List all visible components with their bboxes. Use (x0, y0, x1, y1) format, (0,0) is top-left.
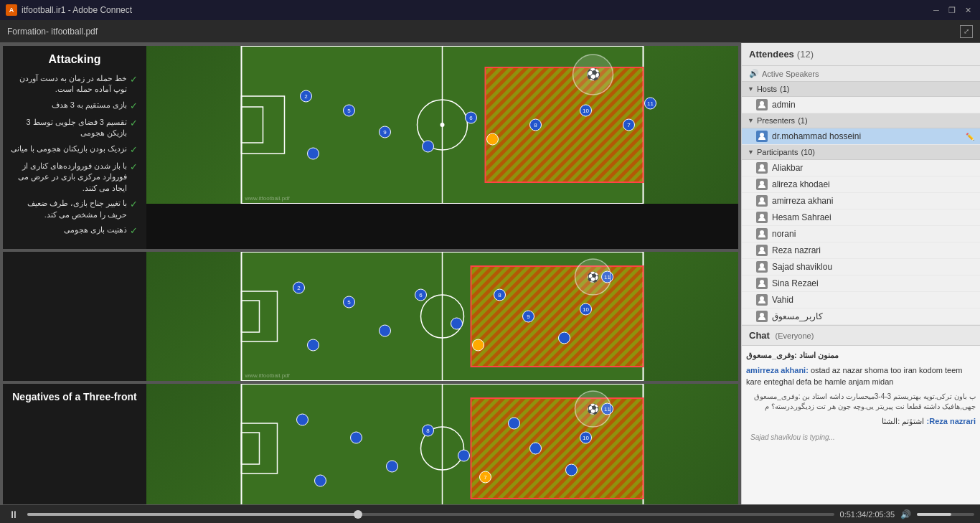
participant-7: Sajad shaviklou (742, 259, 980, 275)
participant-icon-8 (756, 278, 768, 289)
check-icon-5: ✓ (130, 161, 138, 174)
svg-point-45 (559, 332, 570, 344)
svg-point-54 (380, 325, 391, 336)
slide-2-text (3, 252, 146, 381)
slide-1-item-6: با تغییر جناح بازی، طرف ضعیف حریف را مشخ… (10, 198, 127, 220)
attendees-label: Attendees (749, 49, 794, 60)
presenters-section-header[interactable]: ▼ Presenters (1) (742, 113, 980, 128)
progress-thumb[interactable] (354, 510, 362, 519)
slide-3-text: Negatives of a Three-front (3, 384, 146, 504)
check-icon-1: ✓ (130, 73, 138, 86)
titlebar: A itfootball.ir1 - Adobe Connect ─ ❐ ✕ (0, 0, 980, 20)
participants-section-header[interactable]: ▼ Participants (10) (742, 145, 980, 160)
chat-msg-3: ب باون ترکی.توپه بهتریستم 3-4-3میحسارت د… (746, 392, 976, 412)
slides-container[interactable]: Attacking ✓ خط حمله در زمان به دست آوردن… (0, 43, 741, 504)
fullscreen-button[interactable]: ⤢ (960, 25, 973, 38)
chat-sender-2: amirreza akhani: (746, 366, 809, 374)
svg-rect-7 (486, 67, 644, 182)
slide-3-image: 11 10 7 8 (146, 384, 738, 504)
progress-bar[interactable] (27, 513, 834, 516)
participant-name-4: Hesam Sahraei (772, 212, 831, 222)
volume-slider[interactable] (917, 513, 974, 516)
svg-text:2: 2 (304, 93, 308, 100)
svg-point-77 (530, 443, 542, 454)
svg-text:8: 8 (534, 122, 537, 128)
window-title: itfootball.ir1 - Adobe Connect (22, 5, 132, 15)
slide-item-2: ✓ بازی مستقیم به 3 هدف (10, 100, 139, 113)
slide-1-item-7: ذهنیت بازی هجومی (64, 225, 127, 235)
presenters-expand-icon: ▼ (748, 117, 754, 124)
time-display: 0:51:34/2:05:35 (840, 510, 895, 519)
presentation-panel: Attacking ✓ خط حمله در زمان به دست آوردن… (0, 43, 741, 504)
svg-point-81 (458, 450, 470, 461)
participant-name-6: Reza nazrari (772, 245, 821, 255)
host-admin: admin (742, 97, 980, 113)
svg-rect-71 (471, 398, 644, 499)
presenter-action-icon: ✏️ (966, 133, 974, 141)
bottom-bar: ⏸ 0:51:34/2:05:35 🔊 (0, 504, 980, 523)
hosts-section-header[interactable]: ▼ Hosts (1) (742, 82, 980, 97)
participant-2: alireza khodaei (742, 176, 980, 193)
participant-9: Vahid (742, 292, 980, 308)
check-icon-6: ✓ (130, 198, 138, 211)
window-controls[interactable]: ─ ❐ ✕ (930, 4, 974, 17)
slide-2-image: 11 10 9 8 6 (146, 252, 738, 381)
participant-10: کاربر_مسعوق (742, 308, 980, 325)
volume-icon[interactable]: 🔊 (900, 509, 911, 519)
svg-text:⚽: ⚽ (587, 403, 600, 415)
participant-name-5: norani (772, 229, 796, 239)
attendees-count: (12) (797, 49, 814, 60)
svg-text:10: 10 (583, 435, 589, 441)
active-speakers-label: Active Speakers (762, 70, 819, 78)
host-icon (756, 99, 768, 110)
presenter-name: dr.mohammad hosseini (772, 131, 861, 141)
svg-text:5: 5 (347, 108, 351, 114)
maximize-button[interactable]: ❐ (946, 4, 958, 17)
minimize-button[interactable]: ─ (930, 4, 943, 17)
progress-fill (27, 513, 358, 516)
svg-text:5: 5 (347, 299, 351, 306)
participant-3: amirreza akhani (742, 193, 980, 209)
presenters-count: (1) (798, 116, 807, 125)
topbar: Formation- itfootball.pdf ⤢ (0, 20, 980, 43)
svg-text:9: 9 (383, 129, 387, 136)
check-icon-3: ✓ (130, 117, 138, 130)
svg-point-85 (351, 432, 362, 443)
attendees-header: Attendees (12) (742, 43, 980, 66)
svg-text:11: 11 (647, 100, 654, 107)
svg-text:9: 9 (527, 314, 530, 320)
presenters-label: Presenters (757, 116, 795, 125)
chat-messages[interactable]: ممنون استاد :وفری_مسعوق amirreza akhani:… (742, 346, 980, 504)
play-pause-button[interactable]: ⏸ (6, 506, 22, 522)
hosts-count: (1) (780, 85, 789, 93)
current-time: 0:51:34 (840, 510, 867, 519)
participant-name-9: Vahid (772, 295, 793, 305)
chat-label: Chat (749, 330, 770, 341)
participant-icon-2 (756, 179, 768, 190)
svg-text:10: 10 (583, 108, 589, 114)
main-area: Formation- itfootball.pdf ⤢ Attacking ✓ … (0, 20, 980, 523)
svg-text:⚽: ⚽ (587, 271, 600, 283)
participant-4: Hesam Sahraei (742, 209, 980, 226)
chat-msg-4: Reza nazrari: اشتۆتم :الشثا (746, 416, 976, 427)
svg-text:7: 7 (627, 122, 631, 128)
presenter-icon (756, 131, 768, 142)
close-button[interactable]: ✕ (961, 4, 974, 17)
svg-point-87 (297, 414, 308, 425)
svg-text:8: 8 (426, 428, 430, 434)
participants-label: Participants (757, 148, 798, 156)
chat-msg-1: ممنون استاد :وفری_مسعوق (746, 350, 976, 361)
participant-icon-6 (756, 245, 768, 256)
slide-3-title: Negatives of a Three-front (10, 391, 139, 402)
svg-text:10: 10 (583, 306, 589, 313)
presenter-item: dr.mohammad hosseini ✏️ (742, 128, 980, 145)
host-name: admin (772, 100, 796, 110)
svg-point-26 (308, 148, 319, 159)
svg-text:2: 2 (297, 285, 301, 291)
svg-point-76 (566, 464, 578, 476)
participant-icon-1 (756, 162, 768, 174)
participant-icon-9 (756, 294, 768, 306)
app-icon: A (6, 4, 17, 16)
svg-point-86 (315, 475, 326, 486)
slide-1-item-3: تقسیم 3 فضای جلویی توسط 3 بازیکن هجومی (10, 117, 127, 139)
